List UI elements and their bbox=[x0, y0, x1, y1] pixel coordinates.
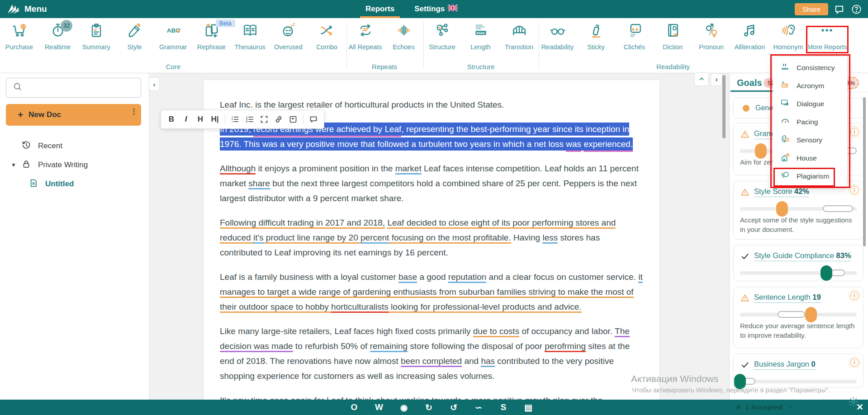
report-rephrase[interactable]: RephraseBeta bbox=[192, 21, 231, 51]
taskbar-icon-word[interactable]: W bbox=[373, 402, 385, 412]
report-sticky[interactable]: Sticky bbox=[577, 21, 615, 51]
top-tabs: ReportsSettings bbox=[365, 0, 458, 18]
style-icon bbox=[127, 22, 143, 40]
goal-slider[interactable] bbox=[740, 271, 857, 275]
top-menu-bar: Menu ReportsSettings Share bbox=[0, 0, 868, 18]
info-icon[interactable]: i bbox=[850, 358, 859, 367]
report-more-reports[interactable]: More Reports bbox=[807, 21, 846, 51]
goal-title[interactable]: Style Guide Compliance 83% bbox=[754, 251, 851, 261]
slider-knob[interactable] bbox=[821, 265, 832, 281]
menu-button[interactable]: Menu bbox=[24, 4, 47, 14]
comment-button[interactable] bbox=[307, 113, 320, 126]
chat-icon[interactable] bbox=[834, 4, 844, 16]
slider-knob[interactable] bbox=[805, 307, 817, 322]
bold-button[interactable]: B bbox=[165, 113, 178, 126]
report-combo[interactable]: Combo bbox=[308, 21, 346, 51]
document-scrollbar[interactable] bbox=[722, 75, 726, 138]
goal-title[interactable]: Business Jargon 0 bbox=[754, 360, 816, 370]
report-echoes[interactable]: Echoes bbox=[384, 21, 423, 51]
sidebar-item-untitled[interactable]: Untitled bbox=[0, 174, 149, 193]
report-purchase[interactable]: Purchase bbox=[0, 21, 38, 51]
taskbar-icon-s-logo[interactable]: S bbox=[498, 402, 509, 412]
report-homonym[interactable]: Homonym bbox=[769, 21, 807, 51]
report-transition[interactable]: Transition bbox=[500, 21, 538, 51]
panel-scrollbar[interactable] bbox=[863, 97, 866, 246]
collapse-panel-button[interactable]: › bbox=[711, 73, 722, 86]
taskbar-icon-notes[interactable]: ▤ bbox=[522, 402, 534, 413]
italic-button[interactable]: I bbox=[179, 113, 193, 126]
insert-link-button[interactable] bbox=[272, 113, 285, 126]
slider-knob[interactable] bbox=[755, 143, 767, 159]
diction-icon: D bbox=[665, 22, 681, 40]
editor-area[interactable]: Leaf Inc. is the largest retailer of hor… bbox=[150, 73, 729, 400]
top-tab-settings[interactable]: Settings bbox=[414, 0, 458, 18]
report-alliteration[interactable]: Alliteration bbox=[730, 21, 769, 51]
heading-1-button[interactable]: H bbox=[194, 113, 207, 126]
goal-slider[interactable] bbox=[740, 313, 857, 316]
menu-item-consistency[interactable]: Consistency bbox=[773, 59, 847, 77]
report-grammar[interactable]: ABCGrammar bbox=[154, 21, 192, 51]
select-brackets-button[interactable] bbox=[257, 113, 271, 126]
menu-item-pacing[interactable]: Pacing bbox=[773, 113, 847, 131]
share-button[interactable]: Share bbox=[795, 3, 828, 15]
report-diction[interactable]: DDiction bbox=[654, 21, 692, 51]
menu-item-dialogue[interactable]: Dialogue bbox=[773, 95, 847, 113]
taskbar-icon-swirl[interactable]: ↺ bbox=[448, 402, 460, 413]
gear-icon[interactable] bbox=[848, 396, 859, 409]
numbered-list-button[interactable]: 123 bbox=[243, 113, 256, 126]
heading-2-button[interactable]: H| bbox=[208, 113, 222, 126]
taskbar-icon-bird[interactable]: ∽ bbox=[473, 402, 484, 413]
slider-knob[interactable] bbox=[776, 201, 788, 217]
menu-item-plagiarism[interactable]: Plagiarism bbox=[773, 167, 847, 185]
quote-block-button[interactable]: ❝ bbox=[286, 113, 300, 126]
accepted-count[interactable]: 1 Accepted bbox=[745, 403, 783, 411]
format-separator bbox=[303, 114, 304, 124]
taskbar-icon-refresh-arrow[interactable]: ↻ bbox=[423, 402, 435, 413]
star-icon bbox=[735, 403, 742, 413]
report-style[interactable]: Style bbox=[115, 21, 154, 51]
collapse-toolbar-button[interactable] bbox=[694, 72, 709, 86]
sidebar-item-recent[interactable]: Recent bbox=[0, 137, 149, 156]
overused-icon: zz bbox=[280, 22, 297, 40]
new-doc-button[interactable]: + New Doc ⋮ bbox=[6, 104, 141, 126]
goal-slider[interactable] bbox=[740, 207, 857, 211]
report-clichés[interactable]: Clichés bbox=[615, 21, 654, 51]
slider-knob[interactable] bbox=[734, 374, 746, 389]
report-thesaurus[interactable]: Thesaurus bbox=[231, 21, 269, 51]
sidebar-item-private-writing[interactable]: ▼Private Writing bbox=[0, 156, 149, 174]
report-overused[interactable]: zzOverused bbox=[269, 21, 308, 51]
search-input[interactable] bbox=[6, 78, 141, 98]
report-realtime[interactable]: Realtime32 bbox=[38, 21, 77, 51]
goal-title[interactable]: Sentence Length 19 bbox=[754, 293, 821, 303]
report-summary[interactable]: Summary bbox=[77, 21, 115, 51]
report-items: PurchaseRealtime32SummaryStyleABCGrammar… bbox=[0, 21, 846, 51]
info-icon[interactable]: i bbox=[850, 128, 859, 136]
info-icon[interactable]: i bbox=[850, 292, 859, 300]
cliches-icon bbox=[626, 22, 643, 40]
goal-slider[interactable] bbox=[740, 380, 857, 383]
caret-down-icon[interactable]: ▼ bbox=[11, 162, 16, 168]
kebab-menu-icon[interactable]: ⋮ bbox=[130, 110, 135, 113]
combo-icon bbox=[319, 22, 335, 40]
menu-item-sensory[interactable]: Sensory bbox=[773, 131, 847, 149]
report-all-repeats[interactable]: All Repeats bbox=[346, 21, 384, 51]
accepted-chevron-icon[interactable]: › bbox=[789, 402, 792, 411]
top-tab-reports[interactable]: Reports bbox=[365, 0, 394, 18]
report-structure[interactable]: Structure bbox=[423, 21, 461, 51]
report-readability[interactable]: Readability bbox=[538, 21, 577, 51]
taskbar-icon-chrome[interactable]: ◉ bbox=[398, 402, 410, 413]
menu-item-house[interactable]: House bbox=[773, 149, 847, 167]
taskbar-icon-outlook[interactable]: O bbox=[348, 402, 360, 412]
menu-item-acronym[interactable]: BRBAcronym bbox=[773, 77, 847, 95]
report-pronoun[interactable]: Pronoun bbox=[692, 21, 730, 51]
svg-text:3: 3 bbox=[246, 120, 247, 123]
tab-goals[interactable]: Goals bbox=[737, 78, 762, 88]
goal-title[interactable]: Style Score 42% bbox=[754, 187, 809, 197]
lock-icon bbox=[21, 159, 31, 171]
info-icon[interactable]: i bbox=[850, 186, 859, 194]
help-icon[interactable] bbox=[851, 4, 862, 16]
bullet-list-button[interactable] bbox=[228, 113, 242, 126]
report-length[interactable]: Length bbox=[461, 21, 500, 51]
echoes-icon bbox=[396, 22, 412, 40]
collapse-sidebar-button[interactable]: ‹ bbox=[149, 77, 160, 91]
